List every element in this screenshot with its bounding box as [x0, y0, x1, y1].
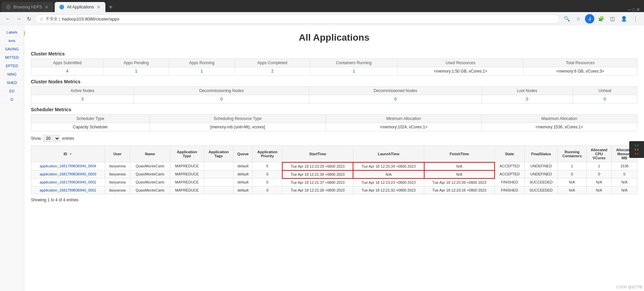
val-apps-submitted: 4: [31, 67, 104, 76]
col-min-allocation: Minimum Allocation: [326, 115, 482, 123]
th-starttime[interactable]: StartTime: [282, 146, 353, 162]
tab-favicon-1: [6, 5, 11, 9]
table-cell: QuasiMonteCarlo: [130, 178, 170, 186]
th-name[interactable]: Name: [130, 146, 170, 162]
close-btn[interactable]: ✕: [636, 7, 640, 12]
maximize-btn[interactable]: □: [632, 7, 635, 12]
sidebar-item-epted[interactable]: EPTED: [0, 62, 24, 70]
table-cell: Tue Apr 18 12:21:37 +0800 2023: [282, 178, 353, 186]
table-cell: 1536: [612, 162, 637, 170]
table-cell[interactable]: application_1681789836940_0004: [31, 162, 105, 170]
app-id-link[interactable]: application_1681789836940_0004: [40, 164, 96, 168]
sidebar-item-ions[interactable]: ions: [0, 37, 24, 45]
table-cell: liaoyanxia: [105, 162, 130, 170]
val-scheduling-resource-type: [memory-mb (unit=Mi), vcores]: [150, 123, 326, 131]
table-cell: N/A: [586, 186, 612, 194]
sidebar-item-saving[interactable]: SAVING: [0, 45, 24, 53]
menu-icon[interactable]: ⋮: [631, 14, 640, 24]
table-cell: default: [234, 186, 253, 194]
table-cell: ACCEPTED: [495, 170, 525, 178]
th-alloc-cpu[interactable]: AllocatedCPUVCores: [586, 146, 612, 162]
address-bar[interactable]: ⚠ 不安全 | hadoop103:8088/cluster/apps: [35, 14, 559, 24]
sidebar-item-ed[interactable]: ED: [0, 87, 24, 95]
th-app-tags[interactable]: ApplicationTags: [204, 146, 233, 162]
val-scheduler-type: Capacity Scheduler: [31, 123, 150, 131]
table-cell: MAPREDUCE: [170, 170, 204, 178]
val-containers-running: 1: [310, 67, 398, 76]
table-cell: ACCEPTED: [495, 162, 525, 170]
table-cell: Tue Apr 18 12:25:09 +0800 2023: [424, 178, 495, 186]
table-cell[interactable]: application_1681789836940_0002: [31, 178, 105, 186]
table-cell: [204, 186, 233, 194]
table-cell: Tue Apr 18 12:25:34 +0800 2023: [353, 162, 424, 170]
table-cell: 1: [586, 162, 612, 170]
table-cell: liaoyanxia: [105, 178, 130, 186]
new-tab-button[interactable]: +: [105, 2, 116, 12]
profile-icon[interactable]: J: [585, 14, 594, 24]
val-apps-running: 1: [169, 67, 235, 76]
th-finishtime[interactable]: FinishTime: [424, 146, 495, 162]
table-cell: Tue Apr 18 12:23:16 +0800 2023: [424, 186, 495, 194]
th-id[interactable]: ID ▼: [31, 146, 105, 162]
applications-table: ID ▼ User Name ApplicationType Applicati…: [31, 146, 637, 194]
account-icon[interactable]: 👤: [619, 14, 629, 24]
tab-close-2[interactable]: ✕: [97, 4, 101, 10]
table-cell: N/A: [586, 178, 612, 186]
sidebar-item-shed[interactable]: SHED: [0, 79, 24, 87]
col-decommissioning-nodes: Decommissioning Nodes: [134, 87, 309, 95]
sidebar-item-d[interactable]: D: [0, 95, 24, 104]
table-cell: MAPREDUCE: [170, 186, 204, 194]
th-launchtime[interactable]: LaunchTime: [353, 146, 424, 162]
show-entries-row: Show 20 10 50 100 entries: [31, 135, 637, 142]
entries-select[interactable]: 20 10 50 100: [43, 135, 60, 142]
table-cell: 1: [558, 162, 586, 170]
sidebar-item-ning[interactable]: NING: [0, 70, 24, 79]
val-active-nodes[interactable]: 3: [31, 95, 134, 103]
tab-close-1[interactable]: ✕: [45, 4, 49, 10]
search-icon[interactable]: 🔍: [562, 14, 572, 24]
th-running-containers[interactable]: RunningContainers: [558, 146, 586, 162]
table-cell: Tue Apr 18 12:21:39 +0800 2023: [282, 170, 353, 178]
app-id-link[interactable]: application_1681789836940_0002: [40, 180, 96, 184]
table-cell: N/A: [424, 170, 495, 178]
table-cell[interactable]: application_1681789836940_0003: [31, 170, 105, 178]
app-id-link[interactable]: application_1681789836940_0003: [40, 172, 96, 176]
hadoop-logo: hadoop: [24, 26, 26, 40]
main-content: hadoop All Applications Cluster Metrics …: [24, 26, 644, 291]
forward-button[interactable]: →: [15, 14, 23, 23]
table-cell[interactable]: application_1681789836940_0001: [31, 186, 105, 194]
th-priority[interactable]: ApplicationPriority: [253, 146, 282, 162]
val-unhealthy-nodes[interactable]: 0: [573, 95, 637, 103]
reload-button[interactable]: ↻: [26, 14, 33, 24]
sidebar-item-mitted[interactable]: MITTED: [0, 53, 24, 62]
minimize-btn[interactable]: ─: [628, 7, 631, 12]
table-cell: QuasiMonteCarlo: [130, 162, 170, 170]
table-cell: 0: [253, 178, 282, 186]
cluster-nodes-table: Active Nodes Decommissioning Nodes Decom…: [31, 86, 637, 103]
table-cell: FINISHED: [495, 178, 525, 186]
val-lost-nodes[interactable]: 0: [482, 95, 573, 103]
col-apps-submitted: Apps Submitted: [31, 59, 104, 67]
sidebar-item-labels[interactable]: Labels: [0, 28, 24, 37]
sidebar-toggle-icon[interactable]: ◫: [608, 14, 617, 24]
tab-label-2: All Applications: [67, 5, 94, 9]
table-cell: MAPREDUCE: [170, 178, 204, 186]
tab-all-applications[interactable]: All Applications ✕: [55, 2, 105, 12]
table-cell: N/A: [612, 178, 637, 186]
th-app-type[interactable]: ApplicationType: [170, 146, 204, 162]
th-queue[interactable]: Queue: [234, 146, 253, 162]
extension-icon[interactable]: 🧩: [596, 14, 606, 24]
table-cell: SUCCEEDED: [525, 178, 558, 186]
th-state[interactable]: State: [495, 146, 525, 162]
th-user[interactable]: User: [105, 146, 130, 162]
back-button[interactable]: ←: [4, 14, 12, 23]
table-cell: N/A: [558, 178, 586, 186]
bookmark-icon[interactable]: ☆: [574, 14, 583, 24]
app-id-link[interactable]: application_1681789836940_0001: [40, 188, 96, 192]
val-decommissioning-nodes[interactable]: 0: [134, 95, 309, 103]
tab-browsing-hdfs[interactable]: Browsing HDFS ✕: [1, 2, 53, 12]
th-finalstatus[interactable]: FinalStatus: [525, 146, 558, 162]
scheduler-metrics-title: Scheduler Metrics: [31, 107, 637, 112]
col-apps-completed: Apps Completed: [235, 59, 310, 67]
val-decommissioned-nodes[interactable]: 0: [309, 95, 482, 103]
